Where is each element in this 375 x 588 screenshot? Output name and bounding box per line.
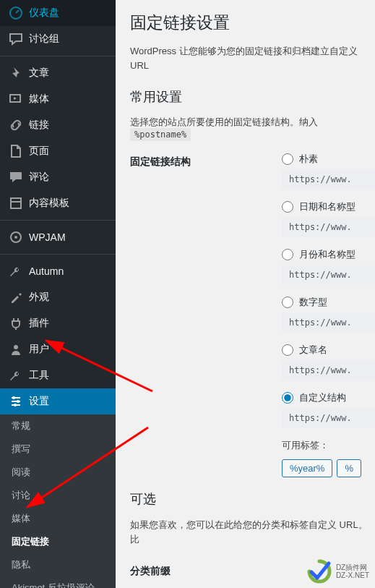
available-tags-label: 可用标签： [282,439,375,452]
sidebar-item-媒体[interactable]: 媒体 [0,86,116,112]
watermark-url: DZ-X.NET [336,571,369,579]
permalink-radio-3[interactable] [282,297,293,308]
sidebar-item-插件[interactable]: 插件 [0,310,116,336]
sidebar-item-label: 设置 [29,395,49,408]
link-icon [9,118,23,132]
wpjam-icon [9,230,23,244]
submenu-item-媒体[interactable]: 媒体 [0,507,116,530]
sliders-icon [9,394,23,409]
watermark: DZ插件网 DZ-X.NET [307,559,369,584]
structure-note: 选择您的站点所要使用的固定链接结构。纳入 %postname% [130,116,375,140]
sidebar-item-label: 工具 [29,369,49,382]
sidebar-item-label: 用户 [29,343,49,356]
watermark-icon [307,559,332,584]
sidebar-item-label: 外观 [29,291,49,304]
sidebar-item-讨论组[interactable]: 讨论组 [0,26,116,52]
sidebar-item-label: Autumn [29,265,64,277]
optional-description: 如果您喜欢，您可以在此给您的分类和标签自定义 URL。比 [130,518,375,546]
svg-point-7 [14,236,17,239]
sidebar-item-内容模板[interactable]: 内容模板 [0,190,116,216]
sidebar-item-label: WPJAM [29,231,66,243]
permalink-option-label[interactable]: 日期和名称型 [299,200,355,213]
sidebar-item-label: 讨论组 [29,33,59,46]
svg-line-1 [16,10,19,13]
submenu-item-撰写[interactable]: 撰写 [0,438,116,461]
sidebar-item-label: 媒体 [29,93,49,106]
permalink-radio-4[interactable] [282,344,293,356]
section-common-title: 常用设置 [130,88,375,106]
sidebar-item-label: 内容模板 [29,197,69,210]
permalink-url-preview: https://www. [282,265,375,284]
permalink-url-preview: https://www. [282,361,375,380]
sidebar-item-仪表盘[interactable]: 仪表盘 [0,0,116,26]
permalink-url-preview: https://www. [282,313,375,332]
sidebar-item-评论[interactable]: 评论 [0,164,116,190]
permalink-option-label[interactable]: 数字型 [299,296,327,309]
sidebar-item-文章[interactable]: 文章 [0,60,116,86]
wrench-icon [9,368,23,383]
svg-point-12 [12,396,15,399]
sidebar-item-Autumn[interactable]: Autumn [0,258,116,284]
permalink-option-label[interactable]: 自定义结构 [299,391,346,404]
sidebar-item-label: 评论 [29,171,49,184]
sidebar-item-label: 文章 [29,67,49,80]
permalink-radio-1[interactable] [282,201,293,213]
sidebar-item-用户[interactable]: 用户 [0,336,116,362]
admin-sidebar: 仪表盘讨论组文章媒体链接页面评论内容模板WPJAMAutumn外观插件用户工具设… [0,0,116,588]
permalink-url-preview: https://www. [282,170,375,189]
page-description: WordPress 让您能够为您的固定链接和归档建立自定义 URL [130,44,375,72]
sidebar-item-外观[interactable]: 外观 [0,284,116,310]
permalink-option-label[interactable]: 文章名 [299,344,327,357]
main-content: 固定链接设置 WordPress 让您能够为您的固定链接和归档建立自定义 URL… [116,0,375,588]
permalink-url-preview: https://www. [282,409,375,427]
submenu-item-讨论[interactable]: 讨论 [0,484,116,507]
watermark-brand: DZ插件网 [336,563,369,571]
submenu-item-阅读[interactable]: 阅读 [0,461,116,484]
wrench-icon [9,264,23,278]
permalink-structure-label: 固定链接结构 [130,153,282,477]
category-prefix-label: 分类前缀 [130,562,282,578]
page-icon [9,144,23,158]
chat-icon [9,32,23,46]
svg-point-14 [14,404,17,406]
sidebar-item-WPJAM[interactable]: WPJAM [0,224,116,250]
plug-icon [9,316,23,331]
sidebar-item-链接[interactable]: 链接 [0,112,116,138]
submenu-item-Akismet 反垃圾评论[interactable]: Akismet 反垃圾评论 [0,576,116,588]
sidebar-item-工具[interactable]: 工具 [0,362,116,388]
note-prefix: 选择您的站点所要使用的固定链接结构。纳入 [130,116,318,127]
svg-marker-3 [14,97,17,100]
svg-point-13 [17,400,20,403]
svg-point-8 [14,345,18,349]
permalink-radio-5[interactable] [282,392,293,404]
comment-icon [9,170,23,184]
settings-submenu: 常规撰写阅读讨论媒体固定链接隐私Akismet 反垃圾评论MemorialDay… [0,414,116,588]
sidebar-item-label: 链接 [29,119,49,132]
permalink-options: 朴素https://www.日期和名称型https://www.月份和名称型ht… [282,153,375,477]
brush-icon [9,290,23,304]
template-icon [9,196,23,210]
pin-icon [9,66,23,80]
permalink-radio-2[interactable] [282,249,293,260]
permalink-option-label[interactable]: 朴素 [299,153,318,166]
permalink-option-label[interactable]: 月份和名称型 [299,248,355,261]
tag-button[interactable]: %year% [282,459,332,477]
sidebar-item-label: 仪表盘 [29,7,59,20]
page-title: 固定链接设置 [130,12,375,34]
submenu-item-固定链接[interactable]: 固定链接 [0,530,116,553]
gauge-icon [9,6,23,20]
submenu-item-常规[interactable]: 常规 [0,414,116,438]
sidebar-item-页面[interactable]: 页面 [0,138,116,164]
postname-tag: %postname% [130,128,191,141]
svg-rect-4 [11,198,21,208]
media-icon [9,92,23,106]
user-icon [9,342,23,357]
tag-button[interactable]: % [337,459,361,477]
permalink-url-preview: https://www. [282,218,375,237]
submenu-item-隐私[interactable]: 隐私 [0,553,116,576]
permalink-radio-0[interactable] [282,153,293,165]
section-optional-title: 可选 [130,490,375,508]
sidebar-item-label: 页面 [29,145,49,158]
sidebar-item-设置[interactable]: 设置 [0,388,116,414]
sidebar-item-label: 插件 [29,317,49,330]
